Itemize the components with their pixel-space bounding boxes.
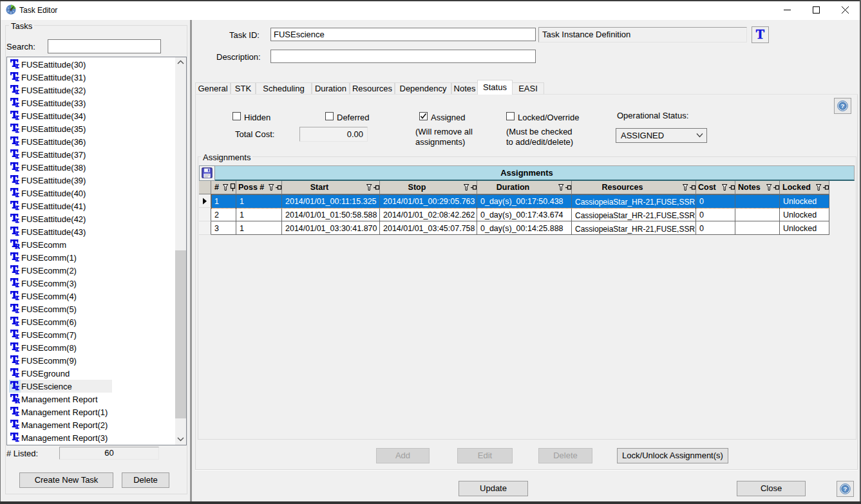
- svg-text:R: R: [15, 397, 20, 404]
- svg-text:R: R: [15, 243, 20, 250]
- svg-text:?: ?: [844, 485, 847, 492]
- svg-text:?: ?: [841, 102, 845, 109]
